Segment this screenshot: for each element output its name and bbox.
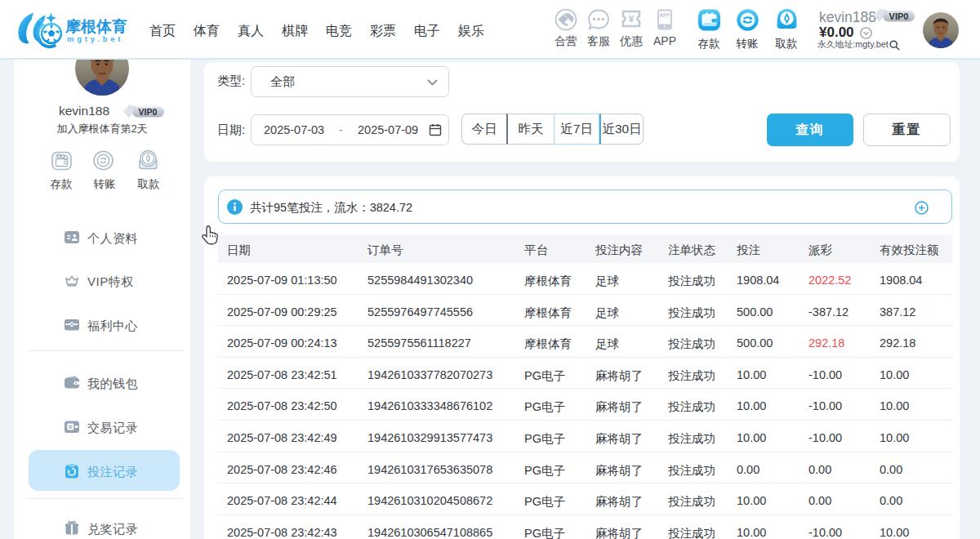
svg-text:VIP0: VIP0 <box>139 107 158 117</box>
svg-text:APP: APP <box>659 12 670 18</box>
svg-text:¥: ¥ <box>629 14 635 24</box>
svg-text:VIP0: VIP0 <box>889 11 909 21</box>
